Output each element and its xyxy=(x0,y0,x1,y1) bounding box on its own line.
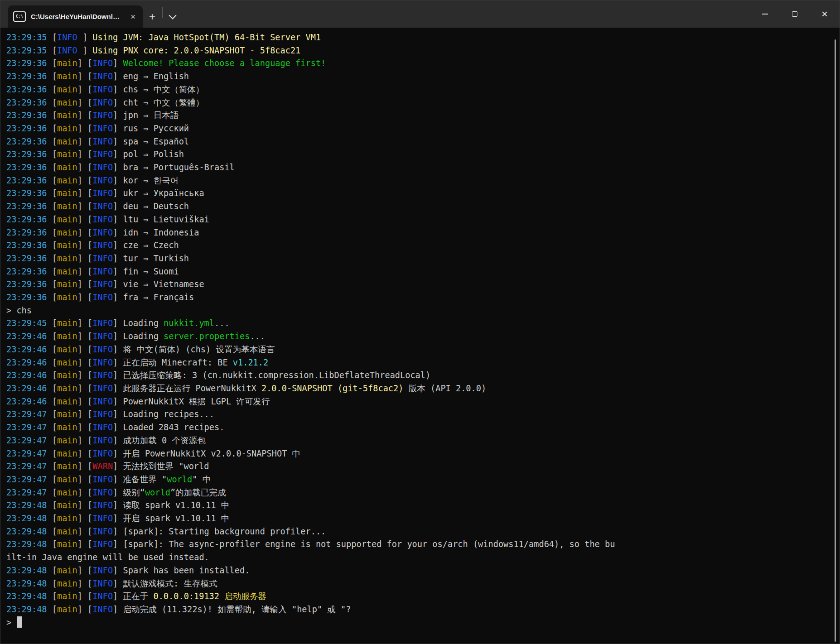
log-line: 23:29:35 [INFO ] Using PNX core: 2.0.0-S… xyxy=(6,44,839,58)
log-line: 23:29:36 [main] [INFO] fin ⇒ Suomi xyxy=(6,265,839,279)
log-line: 23:29:47 [main] [INFO] 成功加载 0 个资源包 xyxy=(6,434,839,447)
log-line: 23:29:46 [main] [INFO] 此服务器正在运行 PowerNuk… xyxy=(6,382,839,395)
log-line: 23:29:36 [main] [INFO] kor ⇒ 한국어 xyxy=(6,174,839,187)
tab-dropdown-button[interactable] xyxy=(163,5,182,28)
log-line: 23:29:36 [main] [INFO] deu ⇒ Deutsch xyxy=(6,200,839,213)
terminal-tab[interactable]: C:\ C:\Users\HeYuHan\Download × xyxy=(8,5,143,28)
log-line: 23:29:36 [main] [INFO] cze ⇒ Czech xyxy=(6,239,839,252)
log-line: 23:29:36 [main] [INFO] idn ⇒ Indonesia xyxy=(6,226,839,240)
maximize-icon xyxy=(792,11,797,17)
chevron-down-icon xyxy=(169,11,177,19)
log-line: ilt-in Java engine will be used instead. xyxy=(6,551,839,564)
log-line: 23:29:48 [main] [INFO] [spark]: Starting… xyxy=(6,525,839,538)
scrollbar-thumb[interactable] xyxy=(835,39,836,642)
log-line: 23:29:36 [main] [INFO] jpn ⇒ 日本語 xyxy=(6,109,839,122)
log-line: 23:29:46 [main] [INFO] 将 中文(简体) (chs) 设置… xyxy=(6,343,839,356)
log-line: 23:29:47 [main] [INFO] 级别“world”的加载已完成 xyxy=(6,486,839,500)
log-line: 23:29:45 [main] [INFO] Loading nukkit.ym… xyxy=(6,317,839,330)
log-line: 23:29:36 [main] [INFO] ltu ⇒ Lietuviškai xyxy=(6,213,839,226)
log-line: > xyxy=(6,616,839,630)
window-controls: × xyxy=(750,0,840,28)
minimize-button[interactable] xyxy=(750,0,780,28)
close-icon: × xyxy=(821,9,828,19)
log-line: 23:29:46 [main] [INFO] Loading server.pr… xyxy=(6,330,839,343)
tab-bar-divider xyxy=(162,7,163,18)
log-line: 23:29:46 [main] [INFO] 正在启动 Minecraft: B… xyxy=(6,356,839,370)
maximize-button[interactable] xyxy=(780,0,810,28)
log-line: 23:29:47 [main] [INFO] Loaded 2843 recip… xyxy=(6,421,839,434)
log-line: 23:29:46 [main] [INFO] 已选择压缩策略: 3 (cn.nu… xyxy=(6,369,839,382)
log-line: 23:29:48 [main] [INFO] 默认游戏模式: 生存模式 xyxy=(6,577,839,591)
tab-close-icon[interactable]: × xyxy=(129,11,137,22)
log-line: 23:29:48 [main] [INFO] 正在于 0.0.0.0:19132… xyxy=(6,590,839,603)
log-lines: 23:29:35 [INFO ] Using JVM: Java HotSpot… xyxy=(6,31,839,629)
log-line: 23:29:36 [main] [INFO] fra ⇒ Français xyxy=(6,291,839,304)
log-line: > chs xyxy=(6,304,839,317)
tab-title: C:\Users\HeYuHan\Download xyxy=(31,13,124,20)
minimize-icon xyxy=(762,14,768,14)
log-line: 23:29:36 [main] [INFO] vie ⇒ Vietnamese xyxy=(6,278,839,291)
log-line: 23:29:36 [main] [INFO] pol ⇒ Polish xyxy=(6,148,839,161)
log-line: 23:29:47 [main] [INFO] Loading recipes..… xyxy=(6,408,839,421)
terminal-window: C:\ C:\Users\HeYuHan\Download × + × 23:2… xyxy=(0,0,840,644)
log-line: 23:29:35 [INFO ] Using JVM: Java HotSpot… xyxy=(6,31,839,44)
log-line: 23:29:36 [main] [INFO] chs ⇒ 中文（简体） xyxy=(6,83,839,96)
log-line: 23:29:36 [main] [INFO] ukr ⇒ Українська xyxy=(6,187,839,200)
new-tab-button[interactable]: + xyxy=(143,5,162,28)
log-line: 23:29:36 [main] [INFO] bra ⇒ Português-B… xyxy=(6,161,839,174)
log-line: 23:29:36 [main] [INFO] Welcome! Please c… xyxy=(6,57,839,70)
log-line: 23:29:36 [main] [INFO] eng ⇒ English xyxy=(6,70,839,83)
log-line: 23:29:48 [main] [INFO] 启动完成 (11.322s)! 如… xyxy=(6,603,839,616)
close-button[interactable]: × xyxy=(810,0,840,28)
log-line: 23:29:48 [main] [INFO] Spark has been in… xyxy=(6,564,839,577)
log-line: 23:29:48 [main] [INFO] 读取 spark v1.10.11… xyxy=(6,499,839,512)
log-line: 23:29:48 [main] [INFO] 开启 spark v1.10.11… xyxy=(6,512,839,525)
terminal-output[interactable]: 23:29:35 [INFO ] Using JVM: Java HotSpot… xyxy=(1,28,839,643)
text-cursor xyxy=(17,616,22,628)
log-line: 23:29:36 [main] [INFO] cht ⇒ 中文（繁體） xyxy=(6,96,839,110)
log-line: 23:29:47 [main] [INFO] 准备世界 "world" 中 xyxy=(6,473,839,486)
log-line: 23:29:46 [main] [INFO] PowerNukkitX 根据 L… xyxy=(6,395,839,409)
log-line: 23:29:47 [main] [WARN] 无法找到世界 "world xyxy=(6,460,839,473)
log-line: 23:29:36 [main] [INFO] spa ⇒ Español xyxy=(6,135,839,149)
title-bar: C:\ C:\Users\HeYuHan\Download × + × xyxy=(0,0,840,28)
plus-icon: + xyxy=(149,11,155,22)
log-line: 23:29:48 [main] [INFO] [spark]: The asyn… xyxy=(6,538,839,551)
titlebar-drag-region[interactable] xyxy=(182,0,750,28)
log-line: 23:29:47 [main] [INFO] 开启 PowerNukkitX v… xyxy=(6,447,839,461)
log-line: 23:29:36 [main] [INFO] rus ⇒ Русский xyxy=(6,122,839,135)
cmd-icon: C:\ xyxy=(13,11,26,22)
log-line: 23:29:36 [main] [INFO] tur ⇒ Turkish xyxy=(6,252,839,265)
